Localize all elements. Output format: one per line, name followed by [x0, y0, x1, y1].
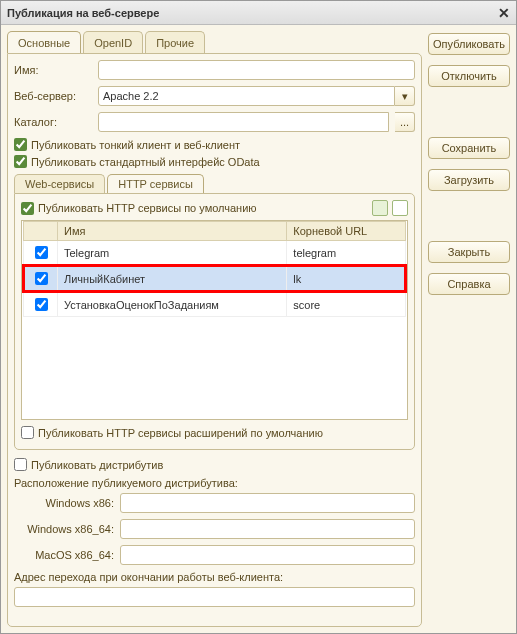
name-label: Имя: — [14, 64, 92, 76]
win64-input[interactable] — [120, 519, 415, 539]
publish-dist-checkbox[interactable] — [14, 458, 27, 471]
catalog-input[interactable] — [98, 112, 389, 132]
row-name: УстановкаОценокПоЗаданиям — [58, 292, 287, 317]
publish-dist-label: Публиковать дистрибутив — [31, 459, 163, 471]
row-checkbox[interactable] — [35, 298, 48, 311]
publish-button[interactable]: Опубликовать — [428, 33, 510, 55]
odata-checkbox[interactable] — [14, 155, 27, 168]
table-row[interactable]: УстановкаОценокПоЗаданиям score — [24, 292, 406, 317]
tab-main[interactable]: Основные — [7, 31, 81, 53]
services-table: Имя Корневой URL Telegram telegram — [21, 220, 408, 420]
http-default-label: Публиковать HTTP сервисы по умолчанию — [38, 202, 257, 214]
row-checkbox[interactable] — [35, 272, 48, 285]
col-url[interactable]: Корневой URL — [287, 222, 406, 241]
catalog-label: Каталог: — [14, 116, 92, 128]
help-button[interactable]: Справка — [428, 273, 510, 295]
close-icon[interactable]: ✕ — [498, 5, 510, 21]
thin-client-label: Публиковать тонкий клиент и веб-клиент — [31, 139, 240, 151]
chevron-down-icon[interactable]: ▾ — [395, 86, 415, 106]
table-row[interactable]: Telegram telegram — [24, 241, 406, 266]
http-ext-label: Публиковать HTTP сервисы расширений по у… — [38, 427, 323, 439]
tab-openid[interactable]: OpenID — [83, 31, 143, 53]
http-default-checkbox[interactable] — [21, 202, 34, 215]
tab-web-services[interactable]: Web-сервисы — [14, 174, 105, 193]
save-button[interactable]: Сохранить — [428, 137, 510, 159]
check-all-icon[interactable] — [372, 200, 388, 216]
dialog-title: Публикация на веб-сервере — [7, 7, 159, 19]
close-button[interactable]: Закрыть — [428, 241, 510, 263]
thin-client-checkbox[interactable] — [14, 138, 27, 151]
name-input[interactable] — [98, 60, 415, 80]
dist-location-label: Расположение публикуемого дистрибутива: — [14, 477, 415, 489]
table-row[interactable]: ЛичныйКабинет lk — [24, 266, 406, 292]
tab-http-services[interactable]: HTTP сервисы — [107, 174, 204, 193]
button-panel: Опубликовать Отключить Сохранить Загрузи… — [428, 31, 510, 627]
row-url: score — [287, 292, 406, 317]
load-button[interactable]: Загрузить — [428, 169, 510, 191]
main-panel: Основные OpenID Прочие Имя: Веб-сервер: … — [7, 31, 422, 627]
titlebar: Публикация на веб-сервере ✕ — [1, 1, 516, 25]
uncheck-all-icon[interactable] — [392, 200, 408, 216]
row-name: ЛичныйКабинет — [58, 266, 287, 292]
redirect-label: Адрес перехода при окончании работы веб-… — [14, 571, 415, 583]
win86-input[interactable] — [120, 493, 415, 513]
browse-button[interactable]: ... — [395, 112, 415, 132]
tab-other[interactable]: Прочие — [145, 31, 205, 53]
webserver-label: Веб-сервер: — [14, 90, 92, 102]
col-check — [24, 222, 58, 241]
win64-label: Windows x86_64: — [14, 523, 114, 535]
disconnect-button[interactable]: Отключить — [428, 65, 510, 87]
row-name: Telegram — [58, 241, 287, 266]
col-name[interactable]: Имя — [58, 222, 287, 241]
http-ext-checkbox[interactable] — [21, 426, 34, 439]
webserver-select[interactable]: Apache 2.2 — [98, 86, 395, 106]
redirect-input[interactable] — [14, 587, 415, 607]
top-tabs: Основные OpenID Прочие — [7, 31, 422, 53]
win86-label: Windows x86: — [14, 497, 114, 509]
dialog-window: Публикация на веб-сервере ✕ Основные Ope… — [0, 0, 517, 634]
dialog-body: Основные OpenID Прочие Имя: Веб-сервер: … — [1, 25, 516, 633]
odata-label: Публиковать стандартный интерфейс OData — [31, 156, 260, 168]
row-url: lk — [287, 266, 406, 292]
mac64-label: MacOS x86_64: — [14, 549, 114, 561]
inner-tabs: Web-сервисы HTTP сервисы — [14, 174, 415, 193]
row-url: telegram — [287, 241, 406, 266]
mac64-input[interactable] — [120, 545, 415, 565]
row-checkbox[interactable] — [35, 246, 48, 259]
tab-panel-main: Имя: Веб-сервер: Apache 2.2 ▾ Каталог: .… — [7, 53, 422, 627]
http-panel: Публиковать HTTP сервисы по умолчанию — [14, 193, 415, 450]
